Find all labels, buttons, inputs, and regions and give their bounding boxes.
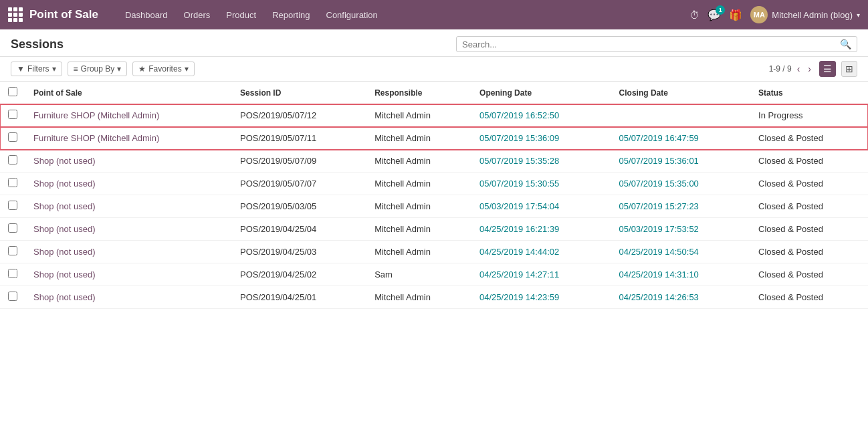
pos-name[interactable]: Furniture SHOP (Mitchell Admin) [25,127,232,150]
table-row: Shop (not used)POS/2019/05/07/09Mitchell… [0,150,868,173]
table-row: Shop (not used)POS/2019/04/25/04Mitchell… [0,218,868,241]
row-checkbox-0[interactable] [8,110,17,119]
row-checkbox-4[interactable] [8,201,17,210]
pos-name[interactable]: Furniture SHOP (Mitchell Admin) [25,104,232,127]
select-all-checkbox[interactable] [8,87,17,96]
status: Closed & Posted [750,241,868,263]
groupby-arrow: ▾ [117,64,121,74]
user-name: Mitchell Admin (blog) [772,10,853,20]
closing-date: 05/03/2019 17:53:52 [611,218,751,241]
pos-name[interactable]: Shop (not used) [25,263,232,286]
col-pos: Point of Sale [25,82,232,104]
opening-date: 04/25/2019 14:27:11 [471,263,611,286]
closing-date: 05/07/2019 16:47:59 [611,127,751,150]
opening-date: 04/25/2019 14:44:02 [471,241,611,263]
closing-date: 04/25/2019 14:31:10 [611,263,751,286]
nav-reporting[interactable]: Reporting [265,7,316,23]
kanban-view-button[interactable]: ⊞ [841,61,857,77]
main-content: Sessions 🔍 ▼ Filters ▾ ≡ Group By ▾ ★ Fa… [0,29,868,446]
toolbar: Sessions 🔍 [0,29,868,57]
pagination-text: 1-9 / 9 [769,64,792,74]
closing-date: 05/07/2019 15:35:00 [611,173,751,195]
row-checkbox-5[interactable] [8,223,17,233]
pos-name[interactable]: Shop (not used) [25,218,232,241]
table-row: Shop (not used)POS/2019/05/07/07Mitchell… [0,173,868,195]
favorites-label: Favorites [148,64,181,74]
row-checkbox-6[interactable] [8,246,17,255]
next-page-button[interactable]: › [805,62,814,76]
nav-menu: Dashboard Orders Product Reporting Confi… [118,7,689,23]
pos-name[interactable]: Shop (not used) [25,241,232,263]
opening-date: 05/07/2019 15:30:55 [471,173,611,195]
closing-date: 05/07/2019 15:27:23 [611,195,751,218]
row-checkbox-2[interactable] [8,155,17,164]
search-bar: 🔍 [456,36,857,52]
opening-date: 05/07/2019 15:36:09 [471,127,611,150]
responsible: Mitchell Admin [366,127,471,150]
search-input[interactable] [462,39,840,49]
closing-date: 05/07/2019 15:36:01 [611,150,751,173]
topnav: Point of Sale Dashboard Orders Product R… [0,0,868,29]
sessions-table: Point of Sale Session ID Responsible Ope… [0,82,868,309]
status: Closed & Posted [750,150,868,173]
favorites-button[interactable]: ★ Favorites ▾ [132,62,194,76]
pos-name[interactable]: Shop (not used) [25,195,232,218]
opening-date: 04/25/2019 16:21:39 [471,218,611,241]
groupby-label: Group By [81,64,115,74]
row-checkbox-3[interactable] [8,178,17,187]
clock-icon[interactable]: ⏱ [689,9,699,21]
responsible: Mitchell Admin [366,150,471,173]
pos-name[interactable]: Shop (not used) [25,286,232,309]
table-row: Furniture SHOP (Mitchell Admin)POS/2019/… [0,104,868,127]
filters-left: ▼ Filters ▾ ≡ Group By ▾ ★ Favorites ▾ [11,62,195,76]
chat-icon[interactable]: 💬 1 [708,9,721,21]
topnav-right: ⏱ 💬 1 🎁 MA Mitchell Admin (blog) ▾ [689,6,860,23]
list-view-button[interactable]: ☰ [819,61,836,77]
status: Closed & Posted [750,127,868,150]
groupby-button[interactable]: ≡ Group By ▾ [68,62,128,76]
responsible: Mitchell Admin [366,104,471,127]
opening-date: 04/25/2019 14:23:59 [471,286,611,309]
closing-date: 04/25/2019 14:26:53 [611,286,751,309]
user-dropdown-icon: ▾ [857,11,860,19]
status: Closed & Posted [750,218,868,241]
select-all-header [0,82,25,104]
session-id: POS/2019/05/07/07 [232,173,366,195]
chat-badge: 1 [716,5,725,15]
col-opening-date: Opening Date [471,82,611,104]
responsible: Mitchell Admin [366,218,471,241]
status: In Progress [750,104,868,127]
closing-date [611,104,751,127]
row-checkbox-7[interactable] [8,269,17,278]
opening-date: 05/07/2019 15:35:28 [471,150,611,173]
pos-name[interactable]: Shop (not used) [25,173,232,195]
responsible: Mitchell Admin [366,195,471,218]
row-checkbox-8[interactable] [8,292,17,301]
col-status: Status [750,82,868,104]
prev-page-button[interactable]: ‹ [794,62,803,76]
search-icon[interactable]: 🔍 [840,39,851,49]
status: Closed & Posted [750,195,868,218]
nav-dashboard[interactable]: Dashboard [118,7,175,23]
user-menu[interactable]: MA Mitchell Admin (blog) ▾ [750,6,860,23]
table-row: Shop (not used)POS/2019/04/25/02Sam04/25… [0,263,868,286]
filters-label: Filters [27,64,49,74]
row-checkbox-1[interactable] [8,132,17,142]
status: Closed & Posted [750,263,868,286]
session-id: POS/2019/04/25/02 [232,263,366,286]
col-closing-date: Closing Date [611,82,751,104]
app-title: Point of Sale [29,8,98,21]
status: Closed & Posted [750,173,868,195]
nav-product[interactable]: Product [219,7,263,23]
gift-icon[interactable]: 🎁 [729,9,742,21]
nav-orders[interactable]: Orders [177,7,217,23]
session-id: POS/2019/05/07/11 [232,127,366,150]
session-id: POS/2019/05/03/05 [232,195,366,218]
filters-button[interactable]: ▼ Filters ▾ [11,62,62,76]
session-id: POS/2019/05/07/12 [232,104,366,127]
apps-grid-icon[interactable] [8,7,23,22]
pos-name[interactable]: Shop (not used) [25,150,232,173]
responsible: Mitchell Admin [366,286,471,309]
nav-configuration[interactable]: Configuration [320,7,385,23]
page-title: Sessions [11,37,64,51]
